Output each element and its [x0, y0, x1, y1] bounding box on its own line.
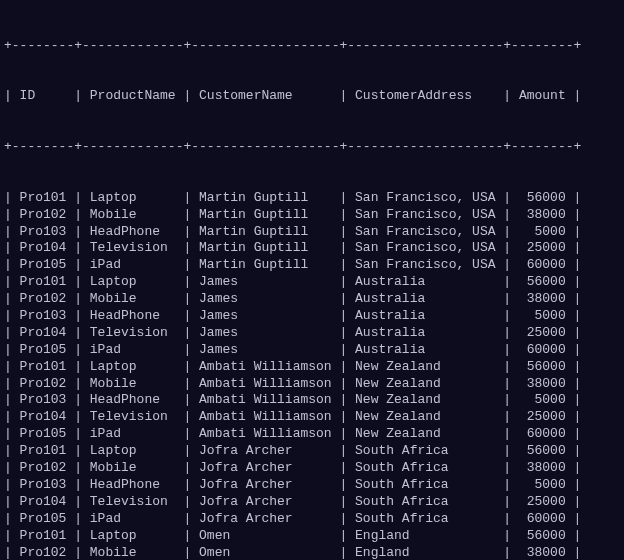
table-row: | Pro104 | Television | Ambati Williamso…: [4, 409, 620, 426]
table-row: | Pro101 | Laptop | Ambati Williamson | …: [4, 359, 620, 376]
sql-result-table: +--------+-------------+----------------…: [4, 4, 620, 560]
table-row: | Pro102 | Mobile | James | Australia | …: [4, 291, 620, 308]
table-header-row: | ID | ProductName | CustomerName | Cust…: [4, 88, 620, 105]
table-body: | Pro101 | Laptop | Martin Guptill | San…: [4, 190, 620, 560]
table-row: | Pro104 | Television | Jofra Archer | S…: [4, 494, 620, 511]
table-row: | Pro104 | Television | James | Australi…: [4, 325, 620, 342]
table-row: | Pro103 | HeadPhone | James | Australia…: [4, 308, 620, 325]
table-border-top: +--------+-------------+----------------…: [4, 38, 620, 55]
table-row: | Pro101 | Laptop | Omen | England | 560…: [4, 528, 620, 545]
table-row: | Pro103 | HeadPhone | Jofra Archer | So…: [4, 477, 620, 494]
table-row: | Pro103 | HeadPhone | Ambati Williamson…: [4, 392, 620, 409]
table-row: | Pro102 | Mobile | Martin Guptill | San…: [4, 207, 620, 224]
table-row: | Pro105 | iPad | Ambati Williamson | Ne…: [4, 426, 620, 443]
table-row: | Pro104 | Television | Martin Guptill |…: [4, 240, 620, 257]
table-row: | Pro101 | Laptop | Jofra Archer | South…: [4, 443, 620, 460]
table-row: | Pro105 | iPad | James | Australia | 60…: [4, 342, 620, 359]
table-row: | Pro101 | Laptop | Martin Guptill | San…: [4, 190, 620, 207]
table-row: | Pro102 | Mobile | Jofra Archer | South…: [4, 460, 620, 477]
table-row: | Pro105 | iPad | Jofra Archer | South A…: [4, 511, 620, 528]
table-border-mid: +--------+-------------+----------------…: [4, 139, 620, 156]
table-row: | Pro105 | iPad | Martin Guptill | San F…: [4, 257, 620, 274]
table-row: | Pro102 | Mobile | Ambati Williamson | …: [4, 376, 620, 393]
table-row: | Pro102 | Mobile | Omen | England | 380…: [4, 545, 620, 561]
table-row: | Pro103 | HeadPhone | Martin Guptill | …: [4, 224, 620, 241]
table-row: | Pro101 | Laptop | James | Australia | …: [4, 274, 620, 291]
